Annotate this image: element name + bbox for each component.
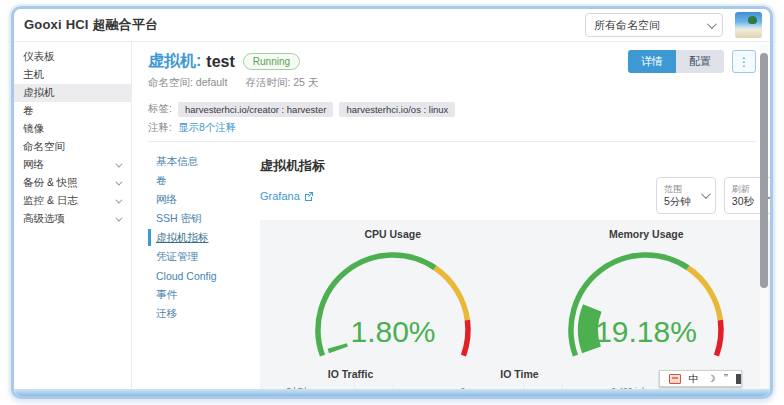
sidebar-item-2[interactable]: 虚拟机 — [14, 84, 131, 102]
chevron-down-icon — [115, 214, 122, 221]
sidebar-item-label: 虚拟机 — [23, 86, 122, 100]
gauge-value: 1.80% — [350, 315, 435, 348]
metrics-tab-pane: 虚拟机指标 Grafana 范围 5分钟 — [248, 146, 770, 395]
app-title: Gooxi HCI 超融合平台 — [24, 16, 158, 34]
subnav-item-2[interactable]: 网络 — [148, 190, 248, 209]
chart-title: IO Traffic — [266, 364, 435, 380]
sidebar-item-label: 主机 — [23, 68, 122, 82]
sidebar-item-label: 高级选项 — [23, 212, 115, 226]
gauge-chart: 1.80% — [268, 238, 518, 362]
ime-toolbar: 中 ☽ ’’ — [659, 370, 742, 387]
gauge-memory-usage: Memory Usage19.18% — [520, 224, 771, 362]
sidebar-item-label: 网络 — [23, 158, 115, 172]
labels-title: 标签: — [148, 102, 172, 116]
scrollbar-thumb[interactable] — [760, 53, 768, 288]
resource-type-link[interactable]: 虚拟机: — [148, 51, 201, 72]
refresh-select-text: 刷新 30秒 — [732, 184, 754, 207]
sidebar-item-6[interactable]: 网络 — [14, 156, 131, 174]
sidebar-item-3[interactable]: 卷 — [14, 102, 131, 120]
metrics-controls: Grafana 范围 5分钟 — [260, 177, 770, 214]
sidebar-item-label: 卷 — [23, 104, 122, 118]
config-button[interactable]: 配置 — [676, 50, 724, 73]
sidebar-item-8[interactable]: 监控 & 日志 — [14, 192, 131, 210]
namespace-select-value: 所有命名空间 — [594, 18, 707, 33]
ime-keyboard-icon[interactable] — [669, 374, 681, 384]
sidebar-item-1[interactable]: 主机 — [14, 66, 131, 84]
label-tag: harvesterhci.io/creator : harvester — [178, 102, 334, 117]
refresh-select-value: 30秒 — [732, 195, 754, 207]
sidebar: 仪表板主机虚拟机卷镜像命名空间网络备份 & 快照监控 & 日志高级选项 — [14, 42, 132, 395]
more-actions-button[interactable]: ⋮ — [732, 50, 756, 73]
annotations-title: 注释: — [148, 121, 172, 135]
gauges-row: CPU Usage1.80%Memory Usage19.18% — [266, 224, 770, 362]
sidebar-item-4[interactable]: 镜像 — [14, 120, 131, 138]
namespace-select[interactable]: 所有命名空间 — [585, 13, 723, 37]
subnav-item-5[interactable]: 凭证管理 — [148, 247, 248, 266]
user-avatar[interactable] — [735, 12, 762, 38]
subnav-item-1[interactable]: 卷 — [148, 171, 248, 190]
vm-subtitle: 命名空间: default 存活时间: 25 天 — [148, 76, 756, 90]
vm-meta: 标签: harvesterhci.io/creator : harvesterh… — [148, 102, 756, 135]
labels-tags: harvesterhci.io/creator : harvesterharve… — [178, 103, 461, 115]
vm-name: test — [206, 53, 234, 71]
labels-row: 标签: harvesterhci.io/creator : harvesterh… — [148, 102, 756, 116]
vm-age-info: 存活时间: 25 天 — [245, 76, 318, 90]
sidebar-item-label: 仪表板 — [23, 50, 122, 64]
range-select[interactable]: 范围 5分钟 — [656, 177, 716, 214]
ime-language-label[interactable]: 中 — [689, 371, 699, 386]
subnav-item-6[interactable]: Cloud Config — [148, 266, 248, 285]
app-window: Gooxi HCI 超融合平台 所有命名空间 仪表板主机虚拟机卷镜像命名空间网络… — [11, 6, 773, 399]
sidebar-item-label: 命名空间 — [23, 140, 122, 154]
chevron-down-icon — [115, 196, 122, 203]
metrics-panel: CPU Usage1.80%Memory Usage19.18% IO Traf… — [260, 220, 770, 395]
refresh-select-label: 刷新 — [732, 184, 754, 195]
grafana-link-label: Grafana — [260, 190, 300, 202]
sidebar-item-7[interactable]: 备份 & 快照 — [14, 174, 131, 192]
subnav-item-7[interactable]: 事件 — [148, 285, 248, 304]
chevron-down-icon — [701, 189, 711, 199]
grafana-link[interactable]: Grafana — [260, 190, 314, 202]
subnav-item-8[interactable]: 迁移 — [148, 304, 248, 323]
label-tag: harvesterhci.io/os : linux — [339, 102, 455, 117]
status-badge: Running — [243, 53, 300, 70]
chevron-down-icon — [115, 160, 122, 167]
chevron-down-icon — [707, 19, 717, 29]
window-body: 仪表板主机虚拟机卷镜像命名空间网络备份 & 快照监控 & 日志高级选项 虚拟机:… — [14, 42, 770, 395]
external-link-icon — [304, 191, 314, 201]
sidebar-item-label: 镜像 — [23, 122, 122, 136]
vm-title-row: 虚拟机: test Running 详情 配置 ⋮ — [148, 50, 756, 73]
sidebar-item-label: 监控 & 日志 — [23, 194, 115, 208]
main-content: 虚拟机: test Running 详情 配置 ⋮ 命名空间: default … — [132, 42, 770, 395]
show-annotations-link[interactable]: 显示8个注释 — [178, 121, 236, 135]
app-header: Gooxi HCI 超融合平台 所有命名空间 — [14, 9, 770, 42]
ime-moon-icon[interactable]: ☽ — [707, 371, 716, 386]
chevron-down-icon — [115, 178, 122, 185]
sidebar-item-5[interactable]: 命名空间 — [14, 138, 131, 156]
sidebar-item-0[interactable]: 仪表板 — [14, 48, 131, 66]
range-select-label: 范围 — [664, 184, 691, 195]
ime-more-icon[interactable] — [736, 374, 741, 384]
details-button[interactable]: 详情 — [628, 50, 676, 73]
sidebar-item-label: 备份 & 快照 — [23, 176, 115, 190]
gauge-cpu-usage: CPU Usage1.80% — [266, 224, 520, 362]
kebab-menu-icon: ⋮ — [738, 55, 750, 69]
metrics-selects: 范围 5分钟 刷新 30秒 — [648, 177, 770, 214]
range-select-value: 5分钟 — [664, 195, 691, 207]
vm-actions: 详情 配置 ⋮ — [628, 50, 756, 73]
scrollbar — [760, 45, 768, 388]
action-button-group: 详情 配置 — [628, 50, 724, 73]
gauge-chart: 19.18% — [521, 238, 770, 362]
subnav-item-4[interactable]: 虚拟机指标 — [148, 228, 248, 247]
annotations-row: 注释: 显示8个注释 — [148, 121, 756, 135]
subnav-item-0[interactable]: 基本信息 — [148, 152, 248, 171]
subnav-item-3[interactable]: SSH 密钥 — [148, 209, 248, 228]
range-select-text: 范围 5分钟 — [664, 184, 691, 207]
window-bottom-edge — [14, 389, 770, 396]
sidebar-item-9[interactable]: 高级选项 — [14, 210, 131, 228]
vm-subnav: 基本信息卷网络SSH 密钥虚拟机指标凭证管理Cloud Config事件迁移 — [148, 146, 248, 395]
ime-punctuation-icon[interactable]: ’’ — [724, 371, 728, 386]
vm-namespace-info: 命名空间: default — [148, 76, 227, 90]
chart-title: IO Time — [435, 364, 604, 380]
divider — [148, 141, 756, 142]
pane-title: 虚拟机指标 — [260, 157, 770, 175]
